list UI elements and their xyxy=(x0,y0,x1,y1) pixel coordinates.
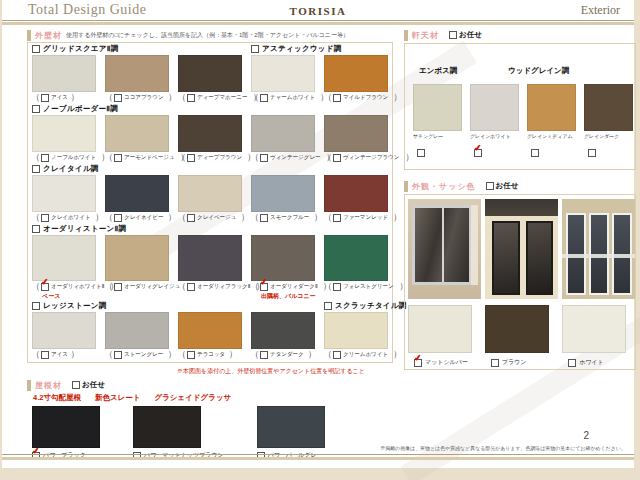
color-swatch[interactable] xyxy=(408,305,472,353)
sash-photo-brown xyxy=(485,199,558,299)
material-swatch[interactable] xyxy=(178,312,242,349)
swatch-checkbox[interactable] xyxy=(491,359,499,367)
swatch-checkbox[interactable] xyxy=(187,154,195,162)
swatch-checkbox[interactable] xyxy=(187,283,195,291)
swatch-checkbox[interactable] xyxy=(41,94,49,102)
swatch-checkbox[interactable] xyxy=(333,214,341,222)
pattern-group-checkbox[interactable] xyxy=(32,165,40,173)
roof-swatch[interactable] xyxy=(257,406,325,448)
material-swatch[interactable] xyxy=(324,175,388,212)
pattern-group-header: スクラッチタイル調 xyxy=(324,301,407,311)
swatch-checkbox[interactable] xyxy=(333,351,341,359)
material-swatch[interactable] xyxy=(251,312,315,349)
soffit-omakase-checkbox[interactable] xyxy=(449,31,457,39)
material-swatch[interactable] xyxy=(413,84,462,131)
material-swatch[interactable] xyxy=(324,312,388,349)
swatch-checkbox[interactable] xyxy=(114,351,122,359)
swatch-label-row: （ファーマンレッド） xyxy=(322,212,395,223)
paren-open: （ xyxy=(104,211,113,224)
sash-color-cell: ✔マットシルバー xyxy=(408,305,472,367)
wall-cells: （✔オーダリィホワイトⅡ）ベース（オーダリィグレイジュ）（オーダリィブラックⅡ）… xyxy=(30,235,390,300)
swatch-checkbox[interactable] xyxy=(187,214,195,222)
material-swatch[interactable] xyxy=(32,175,96,212)
paren-close: ） xyxy=(393,211,402,224)
roof-omakase-checkbox[interactable] xyxy=(72,381,80,389)
material-swatch[interactable] xyxy=(105,55,169,92)
swatch-checkbox[interactable] xyxy=(187,94,195,102)
swatch-checkbox[interactable] xyxy=(114,283,122,291)
material-swatch[interactable] xyxy=(251,115,315,152)
material-swatch[interactable] xyxy=(178,235,242,281)
swatch-checkbox[interactable] xyxy=(260,154,268,162)
swatch-label: マイルドブラウン xyxy=(343,93,388,101)
swatch-checkbox[interactable] xyxy=(333,154,341,162)
material-swatch[interactable] xyxy=(251,235,315,281)
swatch-label: ディープマホーニー xyxy=(197,93,247,101)
material-swatch[interactable] xyxy=(105,312,169,349)
color-swatch[interactable] xyxy=(562,305,626,353)
material-swatch[interactable] xyxy=(324,235,388,281)
swatch-checkbox[interactable] xyxy=(531,149,539,157)
swatch-checkbox[interactable] xyxy=(114,94,122,102)
pattern-group-checkbox[interactable] xyxy=(324,302,332,310)
pattern-group-checkbox[interactable] xyxy=(32,302,40,310)
material-swatch[interactable] xyxy=(32,55,96,92)
material-swatch[interactable] xyxy=(251,175,315,212)
roof-omakase: お任せ xyxy=(72,380,105,390)
swatch-checkbox[interactable] xyxy=(41,214,49,222)
swatch-checkbox[interactable] xyxy=(568,359,576,367)
wall-row-headers: レッジストーン調スクラッチタイル調 xyxy=(30,301,390,312)
swatch-checkbox[interactable] xyxy=(260,214,268,222)
swatch-checkbox[interactable] xyxy=(333,283,341,291)
pattern-group-checkbox[interactable] xyxy=(251,45,259,53)
swatch-checkbox[interactable] xyxy=(114,154,122,162)
sash-omakase-checkbox[interactable] xyxy=(486,182,494,190)
material-swatch[interactable] xyxy=(178,115,242,152)
pattern-group-checkbox[interactable] xyxy=(32,45,40,53)
swatch-checkbox[interactable]: ✔ xyxy=(260,283,268,291)
material-swatch[interactable] xyxy=(251,55,315,92)
material-swatch[interactable] xyxy=(178,55,242,92)
pattern-group-checkbox[interactable] xyxy=(32,225,40,233)
color-swatch[interactable] xyxy=(485,305,549,353)
swatch-checkbox[interactable]: ✔ xyxy=(414,359,422,367)
roof-subtitle: 4.2寸勾配屋根 新色スレート グラシェイドグラッサ xyxy=(33,393,393,403)
swatch-checkbox[interactable] xyxy=(114,214,122,222)
swatch-checkbox[interactable] xyxy=(41,351,49,359)
swatch-checkbox[interactable] xyxy=(588,149,596,157)
swatch-label: グレインホワイト xyxy=(470,133,514,139)
roof-swatch[interactable] xyxy=(32,406,100,448)
swatch-checkbox[interactable] xyxy=(417,149,425,157)
material-swatch[interactable] xyxy=(527,84,576,131)
swatch-checkbox[interactable] xyxy=(41,154,49,162)
pattern-group-checkbox[interactable] xyxy=(32,105,40,113)
roof-swatch[interactable] xyxy=(133,406,201,448)
swatch-checkbox[interactable] xyxy=(333,94,341,102)
material-swatch[interactable] xyxy=(105,235,169,281)
material-swatch[interactable] xyxy=(32,235,96,281)
material-swatch[interactable] xyxy=(105,175,169,212)
swatch-label: クレイホワイト xyxy=(51,213,91,221)
wall-swatch-cell: （チタンダーク） xyxy=(249,312,322,360)
material-swatch[interactable] xyxy=(324,115,388,152)
paren-open: （ xyxy=(31,348,40,361)
swatch-checkbox[interactable]: ✔ xyxy=(41,283,49,291)
material-swatch[interactable] xyxy=(584,84,633,131)
swatch-checkbox[interactable] xyxy=(187,351,195,359)
swatch-label: ココアブラウン xyxy=(124,93,164,101)
roof-section-header: 屋根材 お任せ xyxy=(27,379,393,391)
swatch-label-row: （チタンダーク） xyxy=(249,349,322,360)
material-swatch[interactable] xyxy=(178,175,242,212)
swatch-checkbox[interactable] xyxy=(260,94,268,102)
swatch-checkbox[interactable]: ✔ xyxy=(474,149,482,157)
material-swatch[interactable] xyxy=(324,55,388,92)
material-swatch[interactable] xyxy=(32,312,96,349)
material-swatch[interactable] xyxy=(32,115,96,152)
swatch-label: アイス xyxy=(51,350,68,358)
swatch-checkbox[interactable] xyxy=(260,351,268,359)
material-swatch[interactable] xyxy=(470,84,519,131)
wall-swatch-board: グリッドスクエアⅡ調アスティックウッド調（アイス）（ココアブラウン）（ディープマ… xyxy=(27,42,393,363)
material-swatch[interactable] xyxy=(105,115,169,152)
soffit-group-emboss: エンボス調 xyxy=(419,66,457,76)
roof-cells: ✔パワーブラックパワーマットナッツブラウンパワーパールグレー xyxy=(32,406,393,460)
